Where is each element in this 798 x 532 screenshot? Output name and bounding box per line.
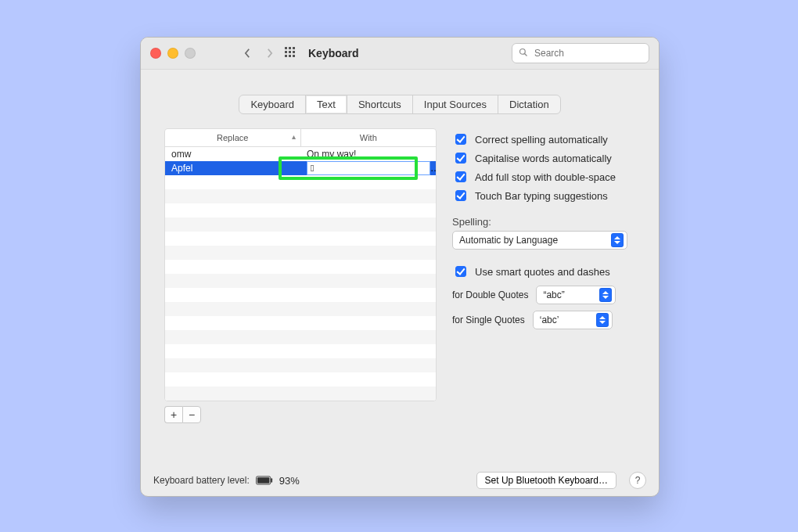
table-row-empty: [165, 302, 436, 316]
table-row-empty: [165, 232, 436, 246]
tab-bar: Keyboard Text Shortcuts Input Sources Di…: [141, 95, 659, 114]
search-field[interactable]: [512, 43, 649, 63]
col-with[interactable]: With: [301, 129, 437, 146]
opt-label: Touch Bar typing suggestions: [475, 190, 608, 202]
svg-rect-13: [257, 477, 270, 483]
svg-rect-5: [293, 51, 295, 53]
single-quotes-value: ‘abc’: [540, 315, 559, 325]
opt-label: Add full stop with double-space: [475, 171, 616, 183]
battery-icon: [256, 476, 273, 485]
opt-correct-spelling[interactable]: Correct spelling automatically: [452, 131, 635, 147]
table-header: Replace ▴ With: [165, 129, 436, 147]
preferences-window: Keyboard Keyboard Text Shortcuts Input S…: [140, 37, 660, 497]
table-row-empty: [165, 260, 436, 274]
table-row-empty: [165, 358, 436, 372]
svg-rect-6: [285, 55, 287, 57]
table-row[interactable]: omw On my way!: [165, 147, 436, 161]
tab-input-sources[interactable]: Input Sources: [413, 95, 498, 113]
popup-arrows-icon: [611, 233, 624, 247]
titlebar: Keyboard: [141, 38, 659, 70]
opt-label: Use smart quotes and dashes: [475, 266, 610, 278]
svg-line-10: [525, 53, 527, 56]
spelling-select[interactable]: Automatic by Language: [452, 231, 627, 250]
remove-replacement-button[interactable]: −: [182, 406, 201, 423]
table-row-empty: [165, 203, 436, 217]
cell-replace: Apfel: [165, 163, 300, 174]
setup-bluetooth-button[interactable]: Set Up Bluetooth Keyboard…: [476, 472, 616, 489]
spelling-label: Spelling:: [452, 216, 635, 228]
search-icon: [519, 48, 528, 59]
chk-touchbar[interactable]: [455, 190, 466, 201]
opt-touchbar[interactable]: Touch Bar typing suggestions: [452, 188, 635, 203]
opt-fullstop[interactable]: Add full stop with double-space: [452, 169, 635, 185]
table-row-empty: [165, 217, 436, 232]
table-body: omw On my way! Apfel : [165, 147, 436, 401]
with-edit-field[interactable]: : [307, 161, 430, 175]
single-quotes-label: for Single Quotes: [452, 315, 525, 325]
opt-smart-quotes[interactable]: Use smart quotes and dashes: [452, 264, 635, 279]
svg-rect-7: [289, 55, 291, 57]
table-row-empty: [165, 344, 436, 358]
svg-rect-3: [285, 51, 287, 53]
text-replacements-table[interactable]: Replace ▴ With omw On my way! Apfel: [164, 128, 437, 401]
window-controls: [150, 48, 196, 59]
table-row-empty: [165, 246, 436, 260]
table-row-empty: [165, 316, 436, 330]
cell-replace: omw: [165, 149, 300, 160]
single-quotes-select[interactable]: ‘abc’: [533, 311, 613, 329]
battery-value: 93%: [279, 475, 300, 487]
minimize-window-button[interactable]: [167, 48, 178, 59]
svg-rect-12: [271, 478, 272, 483]
zoom-window-button[interactable]: [185, 48, 196, 59]
svg-rect-1: [289, 47, 291, 49]
double-quotes-value: “abc”: [543, 289, 564, 300]
show-all-prefs-button[interactable]: [283, 45, 299, 61]
col-replace-label: Replace: [217, 133, 248, 142]
popup-arrows-icon: [596, 313, 609, 327]
cell-with-editing[interactable]: : [300, 161, 436, 175]
nav-forward-button[interactable]: [261, 45, 277, 61]
opt-capitalise[interactable]: Capitalise words automatically: [452, 150, 635, 166]
svg-rect-0: [285, 47, 287, 49]
tab-keyboard[interactable]: Keyboard: [239, 95, 306, 113]
tab-text[interactable]: Text: [306, 95, 347, 113]
col-replace[interactable]: Replace ▴: [165, 129, 301, 146]
tab-shortcuts[interactable]: Shortcuts: [347, 95, 413, 113]
close-window-button[interactable]: [150, 48, 161, 59]
chk-fullstop[interactable]: [455, 171, 466, 182]
table-row-empty: [165, 274, 436, 288]
svg-rect-4: [289, 51, 291, 53]
table-row-empty: [165, 372, 436, 386]
col-with-label: With: [360, 133, 377, 142]
spelling-value: Automatic by Language: [459, 235, 558, 246]
search-input[interactable]: [533, 47, 630, 59]
cell-with: On my way!: [300, 149, 436, 160]
help-button[interactable]: ?: [629, 472, 646, 489]
sort-indicator-icon: ▴: [292, 132, 296, 141]
svg-rect-2: [293, 47, 295, 49]
table-row-empty: [165, 189, 436, 203]
tab-dictation[interactable]: Dictation: [498, 95, 560, 113]
double-quotes-select[interactable]: “abc”: [536, 286, 616, 304]
table-row-empty: [165, 288, 436, 302]
chk-capitalise[interactable]: [455, 153, 466, 164]
svg-point-9: [520, 49, 526, 54]
nav-back-button[interactable]: [239, 45, 255, 61]
table-row-empty: [165, 175, 436, 189]
double-quotes-label: for Double Quotes: [452, 289, 528, 300]
table-row-empty: [165, 330, 436, 344]
chk-smart-quotes[interactable]: [455, 266, 466, 277]
battery-label: Keyboard battery level:: [153, 475, 250, 486]
svg-rect-8: [293, 55, 295, 57]
add-replacement-button[interactable]: +: [164, 406, 182, 423]
opt-label: Correct spelling automatically: [475, 134, 608, 146]
table-row-empty: [165, 386, 436, 401]
opt-label: Capitalise words automatically: [475, 153, 612, 164]
window-title: Keyboard: [308, 47, 359, 59]
chk-correct-spelling[interactable]: [455, 134, 466, 145]
popup-arrows-icon: [599, 288, 612, 302]
table-row[interactable]: Apfel : [165, 161, 436, 175]
